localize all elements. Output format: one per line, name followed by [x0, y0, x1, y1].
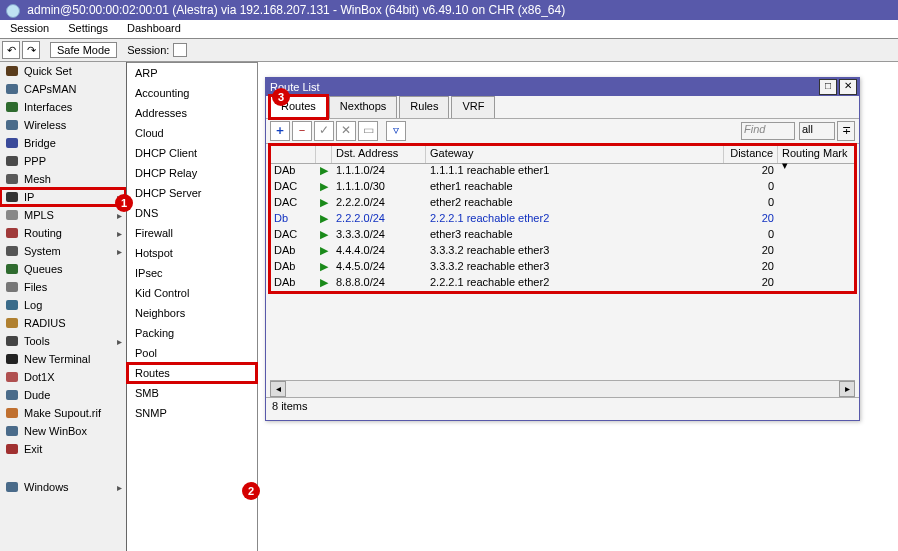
- scroll-left-icon[interactable]: ◂: [270, 381, 286, 397]
- sidebar-item-mesh[interactable]: Mesh: [0, 170, 126, 188]
- sidebar-icon: [4, 480, 20, 494]
- submenu-item-dns[interactable]: DNS: [127, 203, 257, 223]
- table-row[interactable]: DAC▶1.1.1.0/30ether1 reachable0: [270, 180, 855, 196]
- submenu-item-snmp[interactable]: SNMP: [127, 403, 257, 423]
- sidebar-label: Bridge: [24, 137, 126, 149]
- cell-dst: 1.1.1.0/30: [332, 180, 426, 196]
- sidebar-label: New Terminal: [24, 353, 126, 365]
- sidebar-item-make-supout-rif[interactable]: Make Supout.rif: [0, 404, 126, 422]
- sidebar-item-exit[interactable]: Exit: [0, 440, 126, 458]
- col-gateway[interactable]: Gateway: [426, 145, 724, 163]
- tab-nexthops[interactable]: Nexthops: [329, 96, 397, 118]
- sidebar-item-queues[interactable]: Queues: [0, 260, 126, 278]
- menu-dashboard[interactable]: Dashboard: [119, 20, 189, 36]
- session-checkbox[interactable]: [173, 43, 187, 57]
- sidebar-item-log[interactable]: Log: [0, 296, 126, 314]
- sidebar-item-bridge[interactable]: Bridge: [0, 134, 126, 152]
- submenu-item-dhcp-server[interactable]: DHCP Server: [127, 183, 257, 203]
- chevron-right-icon: ▸: [117, 228, 122, 239]
- horizontal-scrollbar[interactable]: ◂ ▸: [270, 380, 855, 397]
- add-button[interactable]: ＋: [270, 121, 290, 141]
- cell-gateway: ether2 reachable: [426, 196, 724, 212]
- sidebar-icon: [4, 64, 20, 78]
- tab-vrf[interactable]: VRF: [451, 96, 495, 118]
- sidebar-item-system[interactable]: System▸: [0, 242, 126, 260]
- sidebar-label: Dude: [24, 389, 126, 401]
- window-restore-button[interactable]: □: [819, 79, 837, 95]
- sidebar-item-interfaces[interactable]: Interfaces: [0, 98, 126, 116]
- sidebar-label: Windows: [24, 481, 113, 493]
- enable-button[interactable]: ✓: [314, 121, 334, 141]
- sidebar-item-windows[interactable]: Windows▸: [0, 478, 126, 496]
- submenu-item-cloud[interactable]: Cloud: [127, 123, 257, 143]
- submenu-item-ipsec[interactable]: IPsec: [127, 263, 257, 283]
- table-row[interactable]: Db▶2.2.2.0/242.2.2.1 reachable ether220: [270, 212, 855, 228]
- scope-select[interactable]: all: [799, 122, 835, 140]
- window-titlebar-inner[interactable]: Route List □ ✕: [266, 78, 859, 96]
- submenu-item-routes[interactable]: Routes: [127, 363, 257, 383]
- table-row[interactable]: DAb▶1.1.1.0/241.1.1.1 reachable ether120: [270, 164, 855, 180]
- window-close-button[interactable]: ✕: [839, 79, 857, 95]
- sidebar-icon: [4, 172, 20, 186]
- submenu-item-dhcp-relay[interactable]: DHCP Relay: [127, 163, 257, 183]
- sidebar-item-mpls[interactable]: MPLS▸: [0, 206, 126, 224]
- title-text: admin@50:00:00:02:00:01 (Alestra) via 19…: [27, 3, 565, 17]
- cell-gateway: 1.1.1.1 reachable ether1: [426, 164, 724, 180]
- submenu-item-packing[interactable]: Packing: [127, 323, 257, 343]
- col-distance[interactable]: Distance: [724, 145, 778, 163]
- menu-session[interactable]: Session: [2, 20, 57, 36]
- filter-button[interactable]: ▿: [386, 121, 406, 141]
- submenu-item-neighbors[interactable]: Neighbors: [127, 303, 257, 323]
- sidebar-item-ppp[interactable]: PPP: [0, 152, 126, 170]
- scope-dropdown-button[interactable]: ∓: [837, 121, 855, 141]
- cell-flags: Db: [270, 212, 316, 228]
- col-dst[interactable]: Dst. Address: [332, 145, 426, 163]
- submenu-item-arp[interactable]: ARP: [127, 63, 257, 83]
- sidebar-label: Wireless: [24, 119, 126, 131]
- sidebar-label: Dot1X: [24, 371, 126, 383]
- col-routing-mark[interactable]: Routing Mark ▾: [778, 145, 855, 163]
- submenu-item-dhcp-client[interactable]: DHCP Client: [127, 143, 257, 163]
- sidebar-item-new-terminal[interactable]: New Terminal: [0, 350, 126, 368]
- submenu-item-pool[interactable]: Pool: [127, 343, 257, 363]
- scroll-right-icon[interactable]: ▸: [839, 381, 855, 397]
- sidebar-icon: [4, 82, 20, 96]
- submenu-item-smb[interactable]: SMB: [127, 383, 257, 403]
- submenu-item-firewall[interactable]: Firewall: [127, 223, 257, 243]
- sidebar-item-routing[interactable]: Routing▸: [0, 224, 126, 242]
- submenu-item-kid-control[interactable]: Kid Control: [127, 283, 257, 303]
- sidebar-item-dot1x[interactable]: Dot1X: [0, 368, 126, 386]
- sidebar-item-radius[interactable]: RADIUS: [0, 314, 126, 332]
- redo-button[interactable]: ↷: [22, 41, 40, 59]
- sidebar-item-new-winbox[interactable]: New WinBox: [0, 422, 126, 440]
- sidebar-icon: [4, 352, 20, 366]
- disable-button[interactable]: ✕: [336, 121, 356, 141]
- submenu-item-accounting[interactable]: Accounting: [127, 83, 257, 103]
- sidebar-item-dude[interactable]: Dude: [0, 386, 126, 404]
- safe-mode-button[interactable]: Safe Mode: [50, 42, 117, 58]
- menubar: Session Settings Dashboard: [0, 20, 898, 39]
- table-row[interactable]: DAb▶8.8.8.0/242.2.2.1 reachable ether220: [270, 276, 855, 292]
- table-row[interactable]: DAC▶3.3.3.0/24ether3 reachable0: [270, 228, 855, 244]
- sidebar-item-wireless[interactable]: Wireless: [0, 116, 126, 134]
- sidebar-item-capsman[interactable]: CAPsMAN: [0, 80, 126, 98]
- find-input[interactable]: Find: [741, 122, 795, 140]
- sidebar-icon: [4, 316, 20, 330]
- cell-routing-mark: [778, 180, 855, 196]
- tab-rules[interactable]: Rules: [399, 96, 449, 118]
- sidebar-item-tools[interactable]: Tools▸: [0, 332, 126, 350]
- table-row[interactable]: DAb▶4.4.5.0/243.3.3.2 reachable ether320: [270, 260, 855, 276]
- sidebar-icon: [4, 118, 20, 132]
- submenu-item-hotspot[interactable]: Hotspot: [127, 243, 257, 263]
- sidebar-item-ip[interactable]: IP▸: [0, 188, 126, 206]
- menu-settings[interactable]: Settings: [60, 20, 116, 36]
- sidebar-item-files[interactable]: Files: [0, 278, 126, 296]
- table-row[interactable]: DAC▶2.2.2.0/24ether2 reachable0: [270, 196, 855, 212]
- submenu-item-addresses[interactable]: Addresses: [127, 103, 257, 123]
- comment-button[interactable]: ▭: [358, 121, 378, 141]
- undo-button[interactable]: ↶: [2, 41, 20, 59]
- table-row[interactable]: DAb▶4.4.4.0/243.3.3.2 reachable ether320: [270, 244, 855, 260]
- cell-gateway: 3.3.3.2 reachable ether3: [426, 260, 724, 276]
- remove-button[interactable]: －: [292, 121, 312, 141]
- sidebar-item-quick-set[interactable]: Quick Set: [0, 62, 126, 80]
